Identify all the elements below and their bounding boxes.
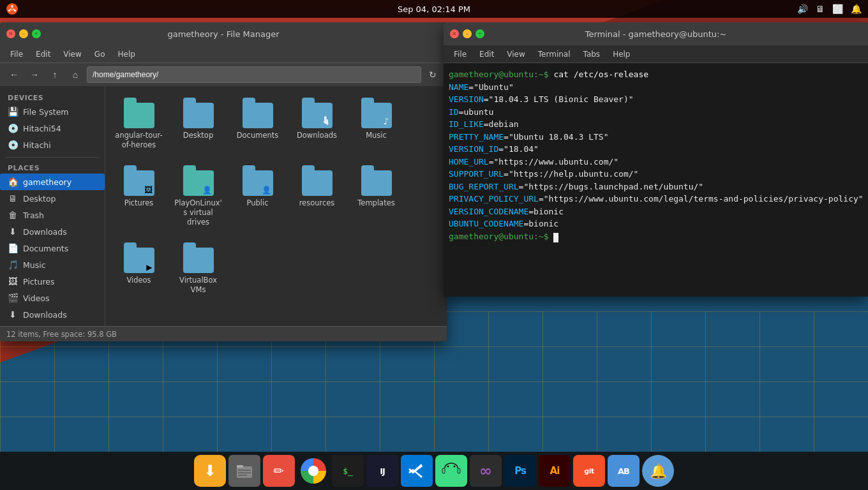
dock-terminal[interactable]: $_ — [332, 455, 364, 487]
terminal-body[interactable]: gametheory@ubuntu:~$ cat /etc/os-release… — [444, 63, 868, 297]
sidebar-pictures-label: Pictures — [23, 277, 55, 286]
file-item-virtualbox[interactable]: VirtualBox VMs — [171, 237, 225, 300]
dock-photoshop[interactable]: Ps — [504, 455, 536, 487]
file-item-playonlinux[interactable]: 👤 PlayOnLinux's virtual drives — [171, 160, 225, 232]
dock-android-studio[interactable] — [435, 455, 467, 487]
hitachi-icon: 💿 — [8, 140, 18, 150]
sidebar-item-downloads2[interactable]: ⬇ Downloads — [0, 306, 105, 323]
terminal-output-id-like: ID_LIKE=debian — [449, 118, 863, 131]
dock-vscode[interactable] — [401, 455, 433, 487]
file-manager-body: DEVICES 💾 File System 💿 Hitachi54 💿 Hita… — [0, 86, 447, 326]
trash-icon: 🗑 — [8, 210, 18, 220]
refresh-button[interactable]: ↻ — [424, 66, 442, 84]
sidebar-item-pictures[interactable]: 🖼 Pictures — [0, 273, 105, 290]
statusbar-text: 12 items, Free space: 95.8 GB — [6, 330, 117, 339]
file-item-resources[interactable]: resources — [290, 160, 344, 232]
terminal-terminal-menu[interactable]: Terminal — [533, 48, 576, 60]
terminal-maximize-button[interactable]: + — [475, 29, 484, 38]
dock-intellij[interactable]: IJ — [366, 455, 398, 487]
address-bar[interactable] — [87, 66, 421, 83]
sidebar-desktop-label: Desktop — [23, 194, 56, 204]
dock-downloads-manager[interactable]: ⬇ — [194, 455, 226, 487]
svg-rect-12 — [458, 468, 460, 473]
sidebar-music-label: Music — [23, 260, 46, 270]
file-manager-minimize-button[interactable]: − — [19, 29, 28, 38]
sidebar-item-videos[interactable]: 🎬 Videos — [0, 290, 105, 306]
sidebar-hitachi54-label: Hitachi54 — [23, 124, 61, 133]
documents-icon: 📄 — [8, 243, 18, 253]
file-item-templates[interactable]: Templates — [349, 160, 403, 232]
file-item-angular[interactable]: angular-tour-of-heroes — [112, 93, 166, 155]
file-item-desktop[interactable]: Desktop — [171, 93, 225, 155]
terminal-file-menu[interactable]: File — [449, 48, 472, 60]
help-menu[interactable]: Help — [112, 48, 140, 60]
file-manager-title: gametheory - File Manager — [167, 29, 279, 39]
sidebar-hitachi-label: Hitachi — [23, 140, 51, 150]
terminal-output-version-id: VERSION_ID="18.04" — [449, 143, 863, 156]
dock-file-manager[interactable] — [228, 455, 260, 487]
file-label-pictures: Pictures — [124, 198, 154, 208]
dock-kooha[interactable]: ∞ — [470, 455, 502, 487]
file-item-documents[interactable]: Documents — [230, 93, 285, 155]
terminal-title: Terminal - gametheory@ubuntu:~ — [585, 29, 727, 39]
sidebar-item-downloads[interactable]: ⬇ Downloads — [0, 223, 105, 240]
volume-icon[interactable]: 🔊 — [797, 4, 808, 14]
ubuntu-logo-icon[interactable] — [6, 3, 18, 15]
file-manager-maximize-button[interactable]: + — [32, 29, 41, 38]
go-menu[interactable]: Go — [89, 48, 110, 60]
file-item-videos[interactable]: ▶ Videos — [112, 237, 166, 300]
edit-menu[interactable]: Edit — [31, 48, 56, 60]
dock-git[interactable]: git — [573, 455, 605, 487]
sidebar-item-music[interactable]: 🎵 Music — [0, 256, 105, 273]
sidebar-item-documents[interactable]: 📄 Documents — [0, 240, 105, 256]
sidebar-trash-label: Trash — [23, 211, 44, 220]
view-menu[interactable]: View — [58, 48, 86, 60]
file-item-public[interactable]: 👤 Public — [230, 160, 285, 232]
sidebar-item-filesystem[interactable]: 💾 File System — [0, 103, 105, 120]
devices-section-header: DEVICES — [0, 91, 105, 103]
terminal-titlebar: ✕ − + Terminal - gametheory@ubuntu:~ — [444, 22, 868, 45]
terminal-close-button[interactable]: ✕ — [450, 29, 459, 38]
sidebar-item-gametheory[interactable]: 🏠 gametheory — [0, 174, 105, 190]
dock-text-app[interactable]: AB — [608, 455, 640, 487]
terminal-minimize-button[interactable]: − — [463, 29, 472, 38]
datetime-display: Sep 04, 02:14 PM — [398, 4, 470, 14]
sidebar-item-hitachi54[interactable]: 💿 Hitachi54 — [0, 120, 105, 137]
back-button[interactable]: ← — [5, 66, 23, 84]
window-icon[interactable]: ⬜ — [832, 4, 843, 14]
dock-illustrator[interactable]: Ai — [539, 455, 571, 487]
dock-chrome[interactable] — [297, 455, 329, 487]
svg-rect-10 — [445, 468, 458, 475]
monitor-icon[interactable]: 🖥 — [816, 4, 825, 14]
file-item-downloads[interactable]: ⬇ Downloads — [290, 93, 344, 155]
file-item-pictures[interactable]: 🖼 Pictures — [112, 160, 166, 232]
file-manager-close-button[interactable]: ✕ — [6, 29, 15, 38]
terminal-tabs-menu[interactable]: Tabs — [578, 48, 606, 60]
terminal-output-privacy-url: PRIVACY_POLICY_URL="https://www.ubuntu.c… — [449, 193, 863, 205]
terminal-line-command: gametheory@ubuntu:~$ cat /etc/os-release — [449, 68, 863, 81]
notification-icon[interactable]: 🔔 — [851, 4, 862, 14]
file-label-virtualbox: VirtualBox VMs — [174, 276, 223, 295]
file-manager-window-controls: ✕ − + — [6, 29, 41, 38]
terminal-output-bug-url: BUG_REPORT_URL="https://bugs.launchpad.n… — [449, 181, 863, 193]
terminal-view-menu[interactable]: View — [502, 48, 530, 60]
forward-button[interactable]: → — [26, 66, 43, 84]
terminal-edit-menu[interactable]: Edit — [474, 48, 499, 60]
sidebar-item-hitachi[interactable]: 💿 Hitachi — [0, 137, 105, 153]
terminal-menubar: File Edit View Terminal Tabs Help — [444, 45, 868, 63]
folder-downloads-icon: ⬇ — [302, 98, 333, 128]
dock-notifications[interactable]: 🔔 — [642, 455, 674, 487]
home-button[interactable]: ⌂ — [66, 66, 84, 84]
sidebar-item-desktop[interactable]: 🖥 Desktop — [0, 190, 105, 207]
sidebar-item-trash[interactable]: 🗑 Trash — [0, 207, 105, 223]
terminal-output-support-url: SUPPORT_URL="https://help.ubuntu.com/" — [449, 168, 863, 181]
file-item-music[interactable]: ♪ Music — [349, 93, 403, 155]
file-label-desktop: Desktop — [183, 131, 213, 140]
dock-text-editor[interactable]: ✏ — [263, 455, 295, 487]
folder-documents-icon — [243, 98, 273, 128]
file-menu[interactable]: File — [5, 48, 28, 60]
folder-videos-icon: ▶ — [124, 242, 154, 273]
up-button[interactable]: ↑ — [46, 66, 64, 84]
terminal-help-menu[interactable]: Help — [608, 48, 635, 60]
file-label-playonlinux: PlayOnLinux's virtual drives — [174, 198, 223, 227]
